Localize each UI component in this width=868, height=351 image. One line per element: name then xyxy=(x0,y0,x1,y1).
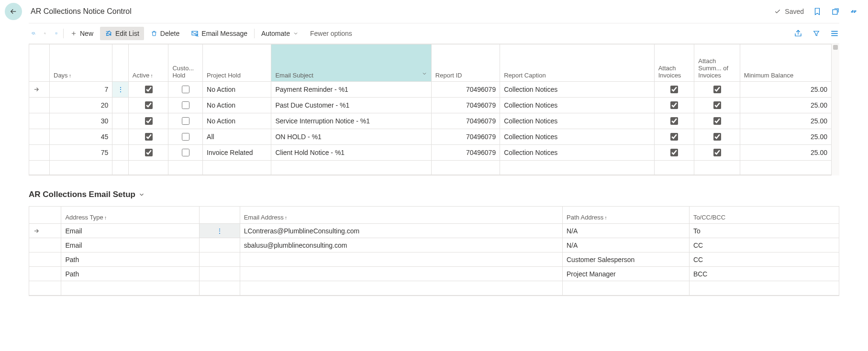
cell-active[interactable] xyxy=(128,98,168,113)
delete-button[interactable]: Delete xyxy=(146,27,184,40)
cell-project-hold[interactable]: Invoice Related xyxy=(203,145,271,161)
cell-email-subject[interactable]: ON HOLD - %1 xyxy=(271,129,431,145)
cell-report-caption[interactable]: Collection Notices xyxy=(500,82,655,98)
table-row[interactable]: Email⋮LContreras@PlumblineConsulting.com… xyxy=(29,224,839,238)
row-indicator[interactable] xyxy=(29,145,50,161)
popout-icon[interactable] xyxy=(831,7,840,16)
table-row-empty[interactable] xyxy=(29,281,839,296)
cell-email[interactable]: LContreras@PlumblineConsulting.com xyxy=(240,224,562,238)
table-row[interactable]: 45AllON HOLD - %170496079Collection Noti… xyxy=(29,129,832,145)
table-row[interactable]: PathProject ManagerBCC xyxy=(29,267,839,281)
cell-custo-hold[interactable] xyxy=(168,82,203,98)
cell-email-subject[interactable]: Payment Reminder - %1 xyxy=(271,82,431,98)
cell-address-type[interactable]: Path xyxy=(61,267,200,281)
cell-attach-summ[interactable] xyxy=(694,113,740,129)
chevron-down-icon[interactable] xyxy=(422,71,427,77)
col-days[interactable]: Days↑ xyxy=(50,44,112,82)
cell-active[interactable] xyxy=(128,129,168,145)
search-icon[interactable] xyxy=(40,29,50,38)
cell-active[interactable] xyxy=(128,113,168,129)
cell-custo-hold[interactable] xyxy=(168,98,203,113)
cell-days[interactable]: 20 xyxy=(50,98,112,113)
cell-attach-inv[interactable] xyxy=(654,129,694,145)
vertical-scrollbar[interactable] xyxy=(832,44,839,176)
cell-attach-inv[interactable] xyxy=(654,113,694,129)
cell-min-balance[interactable]: 25.00 xyxy=(740,98,831,113)
cell-custo-hold[interactable] xyxy=(168,129,203,145)
cell-report-id[interactable]: 70496079 xyxy=(431,145,500,161)
new-button[interactable]: New xyxy=(66,27,98,40)
fewer-options-button[interactable]: Fewer options xyxy=(305,27,357,40)
back-button[interactable] xyxy=(5,3,22,20)
row-menu-button[interactable] xyxy=(112,145,128,161)
cell-email[interactable] xyxy=(240,252,562,267)
row-indicator[interactable] xyxy=(29,238,61,252)
table-row[interactable]: 30No ActionService Interruption Notice -… xyxy=(29,113,832,129)
cell-min-balance[interactable]: 25.00 xyxy=(740,113,831,129)
cell-attach-inv[interactable] xyxy=(654,98,694,113)
cell-min-balance[interactable]: 25.00 xyxy=(740,145,831,161)
row-menu-button[interactable]: ⋮ xyxy=(200,224,240,238)
cell-report-caption[interactable]: Collection Notices xyxy=(500,129,655,145)
table-row[interactable]: Emailsbalusu@plumblineconsulting.comN/AC… xyxy=(29,238,839,252)
email-setup-grid[interactable]: Address Type↑ Email Address↑ Path Addres… xyxy=(29,206,839,296)
row-menu-button[interactable] xyxy=(200,267,240,281)
table-row[interactable]: 7⋮No ActionPayment Reminder - %170496079… xyxy=(29,82,832,98)
cell-report-caption[interactable]: Collection Notices xyxy=(500,98,655,113)
cell-days[interactable]: 7 xyxy=(50,82,112,98)
cell-to[interactable]: CC xyxy=(689,238,839,252)
cell-attach-summ[interactable] xyxy=(694,98,740,113)
col-to-cc-bcc[interactable]: To/CC/BCC xyxy=(689,207,839,224)
cell-days[interactable]: 75 xyxy=(50,145,112,161)
cell-email-subject[interactable]: Client Hold Notice - %1 xyxy=(271,145,431,161)
cell-active[interactable] xyxy=(128,82,168,98)
row-indicator[interactable] xyxy=(29,113,50,129)
cell-days[interactable]: 45 xyxy=(50,129,112,145)
row-indicator[interactable] xyxy=(29,98,50,113)
col-path-address[interactable]: Path Address↑ xyxy=(562,207,689,224)
row-menu-button[interactable] xyxy=(200,252,240,267)
row-menu-button[interactable] xyxy=(200,238,240,252)
cell-custo-hold[interactable] xyxy=(168,145,203,161)
col-report-caption[interactable]: Report Caption xyxy=(500,44,655,82)
cell-attach-inv[interactable] xyxy=(654,145,694,161)
cell-attach-inv[interactable] xyxy=(654,82,694,98)
cell-to[interactable]: To xyxy=(689,224,839,238)
table-row[interactable]: 20No ActionPast Due Customer - %17049607… xyxy=(29,98,832,113)
col-min-balance[interactable]: Minimum Balance xyxy=(740,44,831,82)
row-menu-button[interactable] xyxy=(112,98,128,113)
row-menu-button[interactable] xyxy=(112,113,128,129)
col-report-id[interactable]: Report ID xyxy=(431,44,500,82)
cell-active[interactable] xyxy=(128,145,168,161)
cell-min-balance[interactable]: 25.00 xyxy=(740,129,831,145)
email-message-button[interactable]: Email Message xyxy=(186,27,252,40)
cell-report-id[interactable]: 70496079 xyxy=(431,98,500,113)
cell-project-hold[interactable]: All xyxy=(203,129,271,145)
cell-address-type[interactable]: Path xyxy=(61,252,200,267)
cell-to[interactable]: CC xyxy=(689,252,839,267)
col-attach-inv[interactable]: Attach Invoices xyxy=(654,44,694,82)
cell-attach-summ[interactable] xyxy=(694,129,740,145)
cell-path[interactable]: N/A xyxy=(562,238,689,252)
cell-email-subject[interactable]: Past Due Customer - %1 xyxy=(271,98,431,113)
cell-report-caption[interactable]: Collection Notices xyxy=(500,113,655,129)
cell-attach-summ[interactable] xyxy=(694,145,740,161)
cell-project-hold[interactable]: No Action xyxy=(203,98,271,113)
share-icon[interactable] xyxy=(793,29,803,38)
cell-address-type[interactable]: Email xyxy=(61,238,200,252)
cell-email[interactable]: sbalusu@plumblineconsulting.com xyxy=(240,238,562,252)
bookmark-icon[interactable] xyxy=(812,7,822,16)
notice-grid[interactable]: Days↑ Active↑ Custo... Hold Project Hold… xyxy=(29,44,832,175)
scroll-up-arrow[interactable] xyxy=(833,45,838,50)
cell-project-hold[interactable]: No Action xyxy=(203,113,271,129)
col-email-address[interactable]: Email Address↑ xyxy=(240,207,562,224)
cell-days[interactable]: 30 xyxy=(50,113,112,129)
col-project-hold[interactable]: Project Hold xyxy=(203,44,271,82)
row-menu-button[interactable]: ⋮ xyxy=(112,82,128,98)
cell-to[interactable]: BCC xyxy=(689,267,839,281)
filter-icon[interactable] xyxy=(812,29,821,38)
view-switch-icon[interactable] xyxy=(29,29,38,38)
col-attach-summ[interactable]: Attach Summ... of Invoices xyxy=(694,44,740,82)
cell-report-id[interactable]: 70496079 xyxy=(431,113,500,129)
cell-min-balance[interactable]: 25.00 xyxy=(740,82,831,98)
